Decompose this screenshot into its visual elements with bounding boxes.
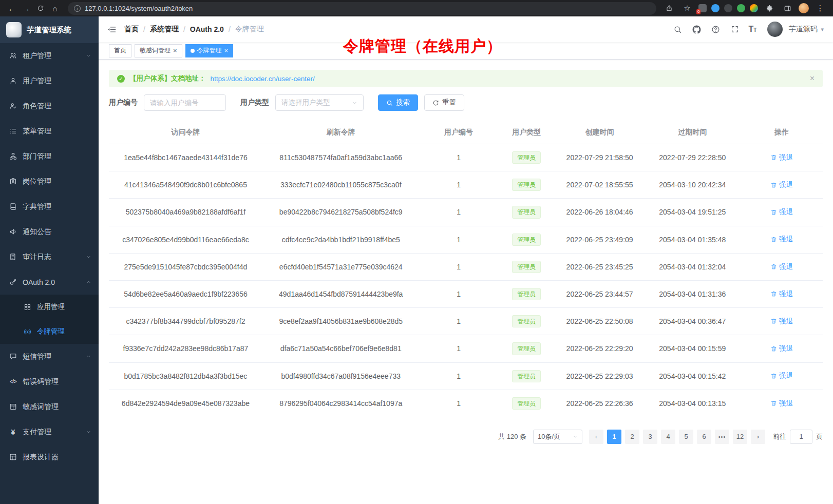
cell-expire-time: 2054-03-10 20:42:34 (644, 171, 741, 199)
home-icon[interactable]: ⌂ (48, 2, 62, 15)
delete-icon (770, 318, 777, 324)
breadcrumb-home[interactable]: 首页 (124, 25, 139, 34)
force-logout-button[interactable]: 强退 (770, 235, 793, 244)
doc-link[interactable]: https://doc.iocoder.cn/user-center/ (211, 75, 315, 83)
alert-close-icon[interactable]: × (810, 74, 815, 83)
table-row: 54d6be82ee5a460a9aedc1f9bf223656 49d1aa4… (109, 280, 823, 307)
tab-home[interactable]: 首页 (109, 44, 131, 57)
cell-user-id: 1 (420, 226, 498, 253)
cell-create-time: 2022-07-29 21:58:50 (555, 144, 645, 171)
forward-icon[interactable]: → (20, 2, 33, 15)
force-logout-button[interactable]: 强退 (770, 371, 793, 380)
cell-expire-time: 2054-03-04 00:15:42 (644, 362, 741, 390)
cell-create-time: 2022-06-25 22:26:36 (555, 390, 645, 417)
reset-button[interactable]: 重置 (424, 94, 464, 111)
browser-profile-avatar[interactable] (799, 3, 809, 13)
page-button-4[interactable]: 4 (661, 430, 675, 444)
col-expire-time: 过期时间 (644, 122, 741, 144)
page-size-select[interactable]: 10条/页 (533, 430, 582, 444)
logo[interactable]: 芋道管理系统 (0, 16, 99, 43)
extension-colorful-icon[interactable] (750, 4, 758, 12)
search-icon[interactable] (673, 24, 683, 34)
force-logout-button[interactable]: 强退 (770, 344, 793, 353)
success-check-icon: ✓ (117, 75, 125, 83)
cell-access-token: 275e5de9151045fe87cbdc395e004f4d (109, 253, 262, 280)
sidebar-item-post[interactable]: 岗位管理 (0, 169, 99, 194)
sidebar-item-role[interactable]: 角色管理 (0, 93, 99, 119)
page-button-12[interactable]: 12 (733, 430, 747, 444)
back-icon[interactable]: ← (5, 2, 18, 15)
force-logout-button[interactable]: 强退 (770, 289, 793, 299)
tab-sensitive-word[interactable]: 敏感词管理 × (135, 44, 182, 57)
bookmark-star-icon[interactable]: ☆ (680, 2, 694, 15)
sidebar-item-sms[interactable]: 短信管理 (0, 344, 99, 369)
cell-refresh-token: 9ce8ef2aa9f14056b831ae9b608e28d5 (262, 308, 420, 335)
help-icon[interactable] (711, 24, 721, 34)
sidebar-item-report-designer[interactable]: 报表设计器 (0, 444, 99, 470)
sidebar-item-app-management[interactable]: 应用管理 (0, 295, 99, 319)
next-page-button[interactable]: › (751, 430, 765, 444)
sidebar-item-sensitive-word[interactable]: 敏感词管理 (0, 394, 99, 419)
user-type-select[interactable]: 请选择用户类型 (275, 94, 364, 111)
url-text: 127.0.0.1:1024/system/oauth2/token (85, 5, 193, 12)
user-id-input[interactable] (144, 94, 226, 111)
page-button-3[interactable]: 3 (643, 430, 657, 444)
search-button[interactable]: 搜索 (378, 94, 418, 111)
page-button-2[interactable]: 2 (625, 430, 639, 444)
site-info-icon[interactable]: i (74, 5, 81, 12)
close-icon[interactable]: × (173, 47, 177, 54)
font-size-icon[interactable]: TT (749, 25, 757, 33)
fullscreen-icon[interactable] (730, 24, 740, 34)
close-icon[interactable]: × (224, 47, 229, 54)
side-panel-icon[interactable] (781, 2, 794, 15)
extension-badged-icon[interactable]: 0 (698, 4, 707, 12)
share-icon[interactable] (662, 2, 676, 15)
reload-icon[interactable] (34, 2, 47, 15)
table-header-row: 访问令牌 刷新令牌 用户编号 用户类型 创建时间 过期时间 操作 (109, 122, 823, 144)
sidebar-item-tenant[interactable]: 租户管理 (0, 43, 99, 68)
table-row: c342377bf8b344799dcbf7bf095287f2 9ce8ef2… (109, 308, 823, 335)
sidebar-item-dept[interactable]: 部门管理 (0, 144, 99, 169)
extension-green-icon[interactable] (737, 4, 745, 12)
sidebar-item-menu[interactable]: 菜单管理 (0, 119, 99, 144)
cell-create-time: 2022-06-25 22:29:03 (555, 362, 645, 390)
cell-expire-time: 2054-03-04 01:32:04 (644, 253, 741, 280)
sidebar-item-dict[interactable]: 字典管理 (0, 194, 99, 219)
breadcrumb-oauth[interactable]: OAuth 2.0 (190, 25, 224, 33)
force-logout-button[interactable]: 强退 (770, 317, 793, 326)
github-icon[interactable] (692, 24, 702, 34)
sidebar-item-oauth[interactable]: OAuth 2.0 (0, 269, 99, 295)
user-avatar[interactable] (767, 22, 783, 37)
force-logout-button[interactable]: 强退 (770, 207, 793, 217)
force-logout-button[interactable]: 强退 (770, 262, 793, 272)
force-logout-button[interactable]: 强退 (770, 180, 793, 189)
sidebar-item-audit-log[interactable]: 审计日志 (0, 244, 99, 269)
user-type-badge: 管理员 (512, 151, 541, 164)
force-logout-button[interactable]: 强退 (770, 153, 793, 162)
force-logout-button[interactable]: 强退 (770, 399, 793, 408)
cell-user-id: 1 (420, 280, 498, 307)
extensions-puzzle-icon[interactable] (763, 2, 776, 15)
page-button-1[interactable]: 1 (607, 430, 621, 444)
page-button-5[interactable]: 5 (679, 430, 693, 444)
sidebar-item-user[interactable]: 用户管理 (0, 68, 99, 93)
prev-page-button[interactable]: ‹ (589, 430, 603, 444)
page-button-6[interactable]: 6 (697, 430, 711, 444)
extension-blue-icon[interactable] (711, 4, 720, 12)
sidebar-item-error-code[interactable]: </> 错误码管理 (0, 369, 99, 394)
sidebar-item-token-management[interactable]: 令牌管理 (0, 319, 99, 344)
table-body: 1ea5e44f8bc1467aaede43144f31de76 811c530… (109, 144, 823, 417)
more-pages-button[interactable]: ••• (715, 430, 729, 444)
username[interactable]: 芋道源码 (788, 25, 817, 34)
sidebar-item-notice[interactable]: 通知公告 (0, 219, 99, 244)
url-bar[interactable]: i 127.0.0.1:1024/system/oauth2/token (68, 2, 656, 15)
sidebar-item-payment[interactable]: ¥ 支付管理 (0, 419, 99, 444)
sidebar-toggle[interactable] (99, 16, 124, 42)
cell-user-id: 1 (420, 308, 498, 335)
breadcrumb-system[interactable]: 系统管理 (150, 25, 179, 34)
browser-menu-icon[interactable]: ⋮ (813, 2, 827, 15)
cell-user-id: 1 (420, 253, 498, 280)
extension-dark-icon[interactable] (724, 4, 732, 12)
goto-page-input[interactable] (790, 430, 812, 444)
tab-token-management[interactable]: 令牌管理 × (185, 44, 234, 57)
